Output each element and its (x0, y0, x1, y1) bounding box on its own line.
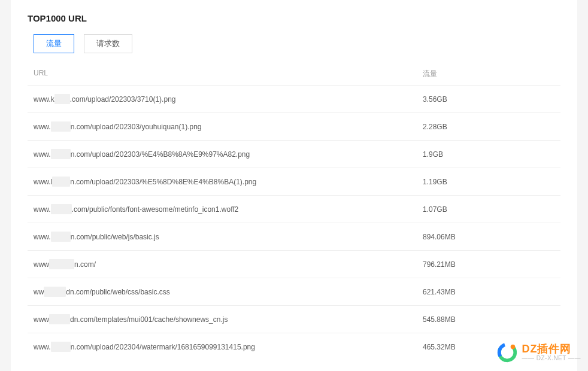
table-row[interactable]: www.n.com/upload/202303/youhuiquan(1).pn… (28, 112, 560, 140)
redaction-block (51, 204, 72, 214)
cell-size: 545.88MB (423, 315, 554, 324)
cell-size: 1.07GB (423, 205, 554, 214)
table-row[interactable]: www.k.com/upload/202303/3710(1).png3.56G… (28, 85, 560, 112)
cell-url: www.k.com/upload/202303/3710(1).png (34, 94, 423, 104)
url-suffix: .com/upload/202303/3710(1).png (70, 95, 176, 104)
url-suffix: .com/public/fonts/font-awesome/metinfo_i… (72, 205, 239, 214)
redaction-block (49, 314, 70, 324)
redaction-block (51, 232, 71, 242)
url-suffix: n.com/upload/202304/watermark/1681659099… (71, 343, 255, 351)
cell-size: 2.28GB (423, 123, 554, 131)
url-prefix: www. (34, 205, 51, 214)
table-row[interactable]: www..com/public/fonts/font-awesome/metin… (28, 195, 560, 223)
tab-requests[interactable]: 请求数 (84, 34, 132, 53)
table-head: URL 流量 (28, 64, 560, 85)
url-prefix: ww (34, 288, 44, 296)
url-suffix: dn.com/templates/mui001/cache/shownews_c… (70, 315, 228, 324)
watermark: DZ插件网 —— DZ-X.NET —— (496, 341, 581, 364)
redaction-block (54, 94, 70, 104)
url-prefix: www. (34, 150, 51, 159)
table-row[interactable]: wwwdn.com/templates/mui001/cache/shownew… (28, 305, 560, 333)
table-row[interactable]: www.ln.com/upload/202303/%E5%8D%8E%E4%B8… (28, 168, 560, 195)
watermark-text: DZ插件网 —— DZ-X.NET —— (522, 343, 581, 362)
url-prefix: www.k (34, 95, 54, 104)
cell-url: wwwn.com/ (34, 259, 423, 269)
table-body: www.k.com/upload/202303/3710(1).png3.56G… (28, 85, 560, 360)
redaction-block (51, 121, 71, 132)
url-suffix: n.com/ (74, 260, 96, 269)
cell-url: www..com/public/fonts/font-awesome/metin… (34, 204, 423, 214)
url-suffix: dn.com/public/web/css/basic.css (66, 288, 169, 296)
cell-size: 3.56GB (423, 95, 554, 104)
table-row[interactable]: www.n.com/upload/202304/watermark/168165… (28, 333, 560, 360)
cell-url: www.n.com/public/web/js/basic.js (34, 232, 423, 242)
redaction-block (51, 149, 71, 159)
url-suffix: n.com/upload/202303/%E5%8D%8E%E4%B8%BA(1… (70, 178, 256, 186)
url-prefix: www (34, 260, 49, 269)
panel-title: TOP1000 URL (28, 13, 560, 23)
url-prefix: www (34, 315, 49, 324)
url-prefix: www. (34, 343, 51, 351)
cell-url: www.n.com/upload/202303/youhuiquan(1).pn… (34, 121, 423, 132)
url-suffix: n.com/upload/202303/%E4%B8%8A%E9%97%A82.… (71, 150, 250, 159)
url-table: URL 流量 www.k.com/upload/202303/3710(1).p… (28, 64, 560, 360)
cell-size: 894.06MB (423, 233, 554, 241)
cell-size: 796.21MB (423, 260, 554, 269)
url-suffix: n.com/public/web/js/basic.js (71, 233, 159, 241)
redaction-block (51, 342, 71, 352)
svg-point-2 (510, 345, 515, 349)
col-size: 流量 (423, 69, 554, 79)
col-url: URL (34, 69, 423, 79)
cell-url: www.n.com/upload/202304/watermark/168165… (34, 342, 423, 352)
watermark-sub: —— DZ-X.NET —— (522, 355, 581, 361)
table-row[interactable]: www.n.com/public/web/js/basic.js894.06MB (28, 223, 560, 250)
cell-url: www.n.com/upload/202303/%E4%B8%8A%E9%97%… (34, 149, 423, 159)
cell-url: www.ln.com/upload/202303/%E5%8D%8E%E4%B8… (34, 177, 423, 187)
redaction-block (49, 259, 74, 269)
metric-tabs: 流量 请求数 (34, 34, 560, 53)
url-prefix: www.l (34, 178, 52, 186)
url-prefix: www. (34, 233, 51, 241)
cell-url: wwwdn.com/templates/mui001/cache/shownew… (34, 314, 423, 324)
url-suffix: n.com/upload/202303/youhuiquan(1).png (71, 123, 202, 131)
tab-traffic[interactable]: 流量 (34, 34, 74, 53)
table-row[interactable]: www.n.com/upload/202303/%E4%B8%8A%E9%97%… (28, 140, 560, 168)
cell-size: 621.43MB (423, 288, 554, 296)
watermark-icon (496, 341, 519, 364)
cell-size: 1.9GB (423, 150, 554, 159)
redaction-block (44, 287, 66, 297)
url-prefix: www. (34, 123, 51, 131)
table-row[interactable]: wwdn.com/public/web/css/basic.css621.43M… (28, 278, 560, 305)
redaction-block (52, 177, 70, 187)
watermark-main: DZ插件网 (522, 343, 581, 355)
cell-url: wwdn.com/public/web/css/basic.css (34, 287, 423, 297)
cell-size: 1.19GB (423, 178, 554, 186)
top1000-panel: TOP1000 URL 流量 请求数 URL 流量 www.k.com/uplo… (11, 0, 577, 371)
table-row[interactable]: wwwn.com/796.21MB (28, 250, 560, 278)
